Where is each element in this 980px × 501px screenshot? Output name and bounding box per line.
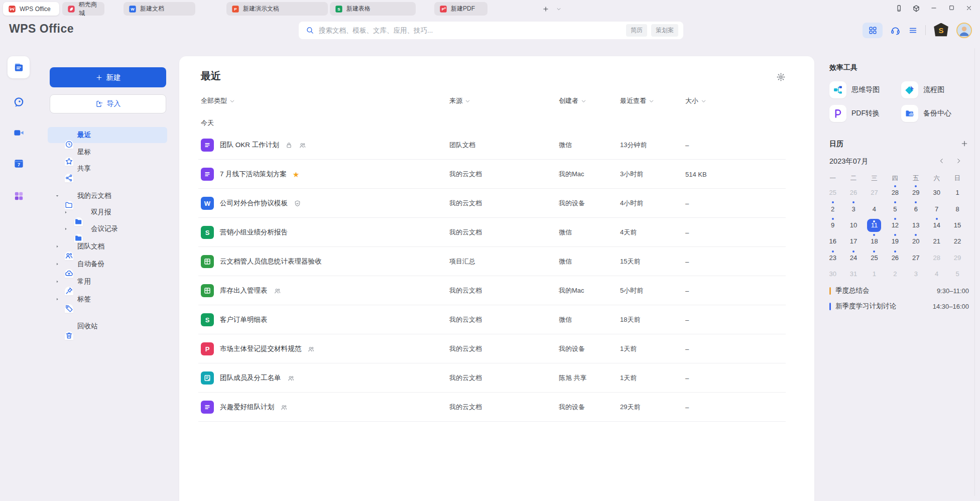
filter-0[interactable]: 全部类型 (201, 96, 235, 105)
tab-list-dropdown[interactable] (553, 4, 564, 15)
file-row[interactable]: 7 月线下活动策划方案★我的云文档我的Mac3小时前514 KB (179, 160, 814, 189)
file-row[interactable]: 云文档管人员信息统计表理器验收项目汇总微信15天前– (179, 247, 814, 276)
calendar-day-27[interactable]: 27 (906, 250, 926, 266)
calendar-day-15[interactable]: 15 (947, 217, 967, 233)
sidebar-item-meeting-notes[interactable]: 会议记录 (48, 221, 167, 237)
user-avatar[interactable] (956, 23, 972, 38)
file-row[interactable]: 库存出入管理表我的云文档我的Mac5小时前– (179, 276, 814, 305)
scrollbar-track[interactable] (974, 48, 975, 496)
calendar-day-3[interactable]: 3 (843, 201, 864, 217)
calendar-day-20[interactable]: 20 (906, 233, 926, 249)
calendar-next-button[interactable] (955, 158, 962, 165)
sidebar-item-starred[interactable]: 星标 (48, 144, 167, 160)
rail-item-apps[interactable] (8, 185, 30, 207)
tool-pdf-convert[interactable]: PDF转换 (829, 105, 880, 122)
sidebar-item-frequent[interactable]: 常用 (48, 274, 167, 290)
file-row[interactable]: S营销小组业绩分析报告我的云文档微信4天前– (179, 218, 814, 247)
sidebar-item-my-cloud-docs[interactable]: 我的云文档 (48, 188, 167, 204)
calendar-day-5[interactable]: 5 (947, 266, 967, 282)
tool-backup-center[interactable]: 备份中心 (901, 105, 951, 122)
tab-new-document[interactable]: W新建文档 (124, 2, 195, 16)
calendar-day-5[interactable]: 5 (885, 201, 905, 217)
search-tag[interactable]: 简历 (626, 24, 647, 37)
file-row[interactable]: 团队 OKR 工作计划团队文档微信13分钟前– (179, 131, 814, 160)
sidebar-item-tags[interactable]: 标签 (48, 291, 167, 307)
close-button[interactable] (965, 5, 973, 13)
sidebar-item-auto-backup[interactable]: 自动备份 (48, 256, 167, 272)
rail-item-documents[interactable] (8, 56, 30, 78)
calendar-day-4[interactable]: 4 (864, 201, 885, 217)
minimize-button[interactable] (930, 5, 938, 13)
calendar-day-25[interactable]: 25 (864, 250, 885, 266)
calendar-day-12[interactable]: 12 (885, 217, 905, 233)
calendar-day-29[interactable]: 29 (906, 185, 926, 201)
search-tag[interactable]: 策划案 (651, 24, 678, 37)
filter-3[interactable]: 最近查看 (620, 96, 654, 105)
new-document-button[interactable]: 新建 (50, 67, 166, 87)
rail-item-messages[interactable] (8, 91, 30, 113)
tool-mind-map[interactable]: 思维导图 (829, 81, 880, 98)
calendar-day-10[interactable]: 10 (843, 217, 864, 233)
calendar-prev-button[interactable] (938, 158, 945, 165)
menu-button[interactable] (908, 26, 918, 35)
calendar-day-28[interactable]: 28 (885, 185, 905, 201)
sidebar-item-bimonthly-report[interactable]: 双月报 (48, 204, 167, 220)
file-row[interactable]: W公司对外合作协议模板我的云文档我的设备4小时前– (179, 189, 814, 218)
calendar-day-23[interactable]: 23 (822, 250, 843, 266)
maximize-button[interactable] (947, 5, 955, 13)
apps-grid-button[interactable] (863, 23, 883, 38)
support-button[interactable] (890, 25, 901, 36)
calendar-day-11[interactable]: 11 (864, 217, 885, 233)
calendar-day-9[interactable]: 9 (822, 217, 843, 233)
calendar-day-8[interactable]: 8 (947, 201, 967, 217)
calendar-day-24[interactable]: 24 (843, 250, 864, 266)
import-button[interactable]: 导入 (50, 94, 166, 113)
membership-badge[interactable]: S (933, 23, 949, 38)
file-row[interactable]: 团队成员及分工名单我的云文档陈旭 共享1天前– (179, 363, 814, 393)
filter-4[interactable]: 大小 (685, 96, 706, 105)
calendar-day-1[interactable]: 1 (864, 266, 885, 282)
sidebar-item-recycle-bin[interactable]: 回收站 (48, 318, 167, 334)
filter-1[interactable]: 来源 (449, 96, 470, 105)
sidebar-item-shared[interactable]: 共享 (48, 161, 167, 177)
calendar-day-1[interactable]: 1 (947, 185, 967, 201)
rail-item-meeting[interactable] (8, 121, 30, 144)
calendar-day-26[interactable]: 26 (885, 250, 905, 266)
calendar-day-30[interactable]: 30 (822, 266, 843, 282)
file-row[interactable]: S客户订单明细表我的云文档微信18天前– (179, 305, 814, 334)
calendar-day-28[interactable]: 28 (926, 250, 947, 266)
tab-wps-office[interactable]: WPS Office (3, 2, 59, 16)
calendar-day-26[interactable]: 26 (843, 185, 864, 201)
calendar-day-29[interactable]: 29 (947, 250, 967, 266)
calendar-day-21[interactable]: 21 (926, 233, 947, 249)
calendar-day-16[interactable]: 16 (822, 233, 843, 249)
tab-new-presentation[interactable]: P新建演示文稿 (226, 2, 328, 16)
calendar-day-30[interactable]: 30 (926, 185, 947, 201)
sidebar-item-team-docs[interactable]: 团队文档 (48, 238, 167, 255)
sidebar-item-recent[interactable]: 最近 (48, 127, 167, 143)
calendar-day-13[interactable]: 13 (906, 217, 926, 233)
filter-2[interactable]: 创建者 (559, 96, 586, 105)
calendar-day-25[interactable]: 25 (822, 185, 843, 201)
calendar-event[interactable]: 季度总结会9:30–11:00 (829, 284, 969, 297)
calendar-day-2[interactable]: 2 (885, 266, 905, 282)
file-row[interactable]: P市场主体登记提交材料规范我的云文档我的设备1天前– (179, 334, 814, 363)
calendar-day-27[interactable]: 27 (864, 185, 885, 201)
mobile-link-button[interactable] (895, 5, 903, 13)
calendar-day-17[interactable]: 17 (843, 233, 864, 249)
calendar-day-3[interactable]: 3 (906, 266, 926, 282)
tab-docer-store[interactable]: 稻壳商城 (62, 2, 104, 16)
workspace-switch-button[interactable] (912, 5, 920, 13)
calendar-day-22[interactable]: 22 (947, 233, 967, 249)
calendar-day-6[interactable]: 6 (906, 201, 926, 217)
file-row[interactable]: 兴趣爱好组队计划我的云文档我的设备29天前– (179, 393, 814, 422)
calendar-day-4[interactable]: 4 (926, 266, 947, 282)
tab-new-spreadsheet[interactable]: S新建表格 (330, 2, 416, 16)
calendar-day-2[interactable]: 2 (822, 201, 843, 217)
rail-item-calendar[interactable]: 7 (8, 152, 30, 174)
tool-flowchart[interactable]: 流程图 (901, 81, 944, 98)
calendar-event[interactable]: 新季度学习计划讨论14:30–16:00 (829, 300, 969, 313)
calendar-day-7[interactable]: 7 (926, 201, 947, 217)
list-settings-button[interactable] (776, 72, 786, 82)
calendar-day-31[interactable]: 31 (843, 266, 864, 282)
